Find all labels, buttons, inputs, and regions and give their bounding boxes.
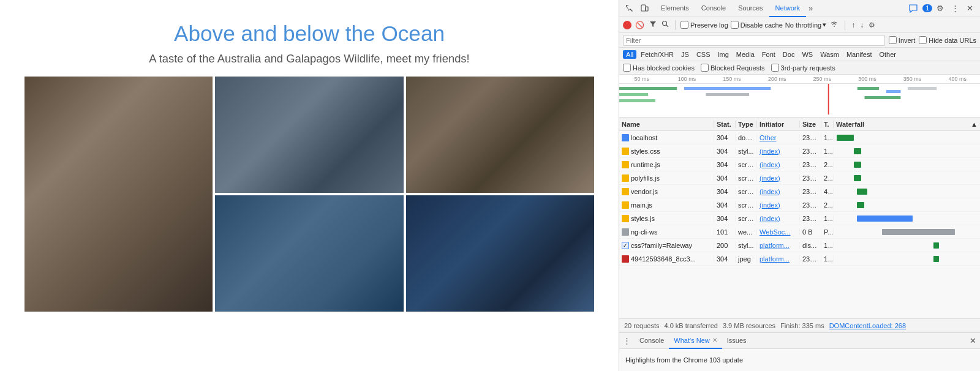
import-icon[interactable]: ↑ bbox=[850, 20, 856, 31]
col-status[interactable]: Stat. bbox=[714, 121, 736, 128]
photo-manta bbox=[406, 195, 594, 312]
svg-rect-10 bbox=[706, 93, 749, 96]
bottom-panel-content: Highlights from the Chrome 103 update bbox=[619, 349, 980, 371]
table-row[interactable]: runtime.js 304 scri... (index) 234... 2.… bbox=[619, 158, 980, 171]
wifi-icon[interactable] bbox=[829, 19, 840, 31]
whats-new-close-icon[interactable]: ✕ bbox=[712, 337, 717, 343]
network-timeline: 50 ms 100 ms 150 ms 200 ms 250 ms 300 ms… bbox=[619, 75, 980, 118]
svg-rect-13 bbox=[886, 90, 901, 93]
resources-size: 3.9 MB resources bbox=[723, 322, 775, 329]
more-tabs-icon[interactable]: » bbox=[806, 4, 815, 13]
close-bottom-panel-icon[interactable]: ✕ bbox=[970, 336, 976, 345]
dom-content-loaded[interactable]: DOMContentLoaded: 268 bbox=[829, 322, 906, 329]
devtools-tabs: Elements Console Sources Network » bbox=[655, 0, 815, 17]
col-waterfall[interactable]: Waterfall ▲ bbox=[834, 121, 980, 128]
svg-rect-12 bbox=[858, 87, 879, 90]
devtools-panel: Elements Console Sources Network » 1 ⚙ ⋮… bbox=[619, 0, 980, 371]
type-btn-doc[interactable]: Doc bbox=[780, 50, 798, 59]
svg-rect-14 bbox=[865, 96, 901, 99]
tab-elements[interactable]: Elements bbox=[655, 0, 695, 17]
export-icon[interactable]: ↓ bbox=[859, 20, 865, 31]
type-btn-media[interactable]: Media bbox=[733, 50, 758, 59]
hide-data-urls-checkbox[interactable]: Hide data URLs bbox=[919, 36, 976, 44]
photo-shark bbox=[215, 195, 403, 312]
file-icon bbox=[622, 188, 629, 195]
table-row[interactable]: polyfills.js 304 scri... (index) 235... … bbox=[619, 171, 980, 185]
type-btn-manifest[interactable]: Manifest bbox=[843, 50, 875, 59]
table-body: localhost 304 doc... Other 233... 1... s… bbox=[619, 131, 980, 318]
tab-whats-new[interactable]: What's New ✕ bbox=[669, 333, 722, 349]
svg-rect-7 bbox=[619, 93, 648, 96]
search-icon[interactable] bbox=[660, 19, 670, 31]
col-initiator[interactable]: Initiator bbox=[757, 121, 800, 128]
table-row[interactable]: 49412593648_8cc3... 304 jpeg platform...… bbox=[619, 252, 980, 266]
svg-rect-9 bbox=[684, 87, 771, 90]
timeline-ruler: 50 ms 100 ms 150 ms 200 ms 250 ms 300 ms… bbox=[619, 75, 980, 84]
file-icon bbox=[622, 134, 629, 141]
file-icon: ✓ bbox=[622, 242, 629, 249]
svg-point-4 bbox=[663, 21, 667, 26]
svg-line-5 bbox=[666, 25, 669, 28]
svg-rect-6 bbox=[619, 87, 677, 90]
preserve-log-checkbox[interactable]: Preserve log bbox=[680, 21, 728, 29]
table-row[interactable]: vendor.js 304 scri... (index) 236... 4..… bbox=[619, 185, 980, 198]
requests-count: 20 requests bbox=[624, 322, 659, 329]
type-btn-fetch[interactable]: Fetch/XHR bbox=[638, 50, 677, 59]
throttle-dropdown[interactable]: No throttling ▾ bbox=[785, 21, 826, 29]
close-devtools-icon[interactable]: ✕ bbox=[963, 2, 976, 15]
file-icon bbox=[622, 148, 629, 155]
file-icon bbox=[622, 174, 629, 182]
filter-icon[interactable] bbox=[648, 19, 658, 31]
svg-rect-3 bbox=[646, 7, 648, 11]
tab-console-bottom[interactable]: Console bbox=[635, 333, 669, 349]
network-toolbar: 🚫 Preserve log Disable cache No throttli… bbox=[619, 17, 980, 33]
type-btn-img[interactable]: Img bbox=[715, 50, 732, 59]
col-type[interactable]: Type bbox=[736, 121, 757, 128]
svg-rect-1 bbox=[626, 5, 627, 7]
col-name[interactable]: Name bbox=[619, 121, 714, 128]
blocked-requests[interactable]: Blocked Requests bbox=[701, 64, 765, 72]
table-row[interactable]: main.js 304 scri... (index) 234... 2... bbox=[619, 198, 980, 212]
table-row[interactable]: styles.js 304 scri... (index) 235... 1..… bbox=[619, 212, 980, 225]
tab-console[interactable]: Console bbox=[695, 0, 732, 17]
disable-cache-checkbox[interactable]: Disable cache bbox=[731, 21, 783, 29]
type-btn-font[interactable]: Font bbox=[759, 50, 778, 59]
finish-time: Finish: 335 ms bbox=[780, 322, 824, 329]
filter-bar: Invert Hide data URLs bbox=[619, 33, 980, 48]
page-subtitle: A taste of the Australia and Galapagos W… bbox=[24, 52, 594, 66]
type-btn-css[interactable]: CSS bbox=[693, 50, 714, 59]
tab-issues[interactable]: Issues bbox=[722, 333, 752, 349]
more-options-icon[interactable]: ⋮ bbox=[948, 2, 962, 15]
webpage: Above and below the Ocean A taste of the… bbox=[0, 0, 619, 371]
tab-network[interactable]: Network bbox=[769, 0, 806, 17]
settings-icon[interactable]: ⚙ bbox=[933, 2, 947, 15]
filter-input[interactable] bbox=[623, 35, 885, 46]
record-button[interactable] bbox=[623, 21, 631, 29]
type-btn-ws[interactable]: WS bbox=[799, 50, 816, 59]
col-time[interactable]: T. bbox=[821, 121, 834, 128]
photo-iguana bbox=[406, 77, 594, 193]
type-btn-other[interactable]: Other bbox=[876, 50, 899, 59]
table-row[interactable]: ng-cli-ws 101 we... WebSoc... 0 B P... bbox=[619, 225, 980, 239]
stop-icon[interactable]: 🚫 bbox=[634, 20, 646, 31]
page-title: Above and below the Ocean bbox=[24, 21, 594, 46]
type-btn-js[interactable]: JS bbox=[678, 50, 692, 59]
tab-sources[interactable]: Sources bbox=[732, 0, 769, 17]
col-size[interactable]: Size bbox=[800, 121, 821, 128]
invert-checkbox[interactable]: Invert bbox=[889, 36, 916, 44]
inspect-icon[interactable] bbox=[623, 2, 636, 15]
table-row[interactable]: ✓ css?family=Raleway 200 styl... platfor… bbox=[619, 239, 980, 252]
bottom-menu-icon[interactable]: ⋮ bbox=[623, 336, 631, 345]
has-blocked-cookies[interactable]: Has blocked cookies bbox=[623, 64, 695, 72]
type-btn-all[interactable]: All bbox=[623, 50, 636, 59]
device-toolbar-icon[interactable] bbox=[638, 2, 651, 15]
status-bar: 20 requests 4.0 kB transferred 3.9 MB re… bbox=[619, 318, 980, 332]
svg-rect-8 bbox=[619, 99, 655, 102]
photo-koala bbox=[24, 77, 213, 312]
type-btn-wasm[interactable]: Wasm bbox=[817, 50, 842, 59]
table-row[interactable]: styles.css 304 styl... (index) 233... 1.… bbox=[619, 144, 980, 158]
settings-gear-icon[interactable]: ⚙ bbox=[867, 20, 876, 31]
third-party-requests[interactable]: 3rd-party requests bbox=[771, 64, 835, 72]
feedback-icon[interactable] bbox=[907, 2, 920, 15]
table-row[interactable]: localhost 304 doc... Other 233... 1... bbox=[619, 131, 980, 144]
